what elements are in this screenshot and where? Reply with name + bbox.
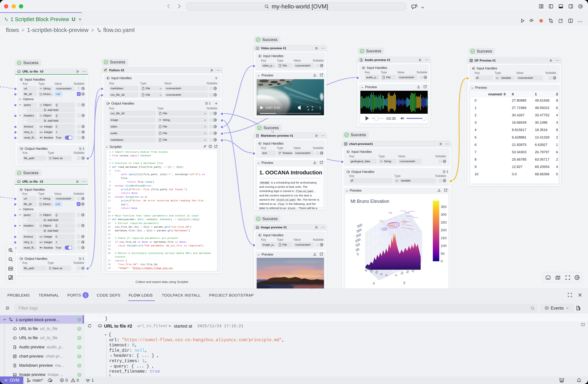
svg-text:250: 250 [441, 221, 447, 224]
svg-text:100: 100 [441, 244, 447, 248]
svg-text:Mt Bruno Elevation: Mt Bruno Elevation [350, 199, 389, 204]
svg-text:200: 200 [441, 228, 447, 232]
svg-text:300: 300 [441, 213, 447, 216]
svg-text:0:00 / 0:33: 0:00 / 0:33 [266, 106, 280, 109]
svg-text:0: 0 [441, 259, 443, 263]
svg-text:150: 150 [441, 236, 447, 240]
svg-text:x: x [373, 281, 375, 285]
svg-text:y: y [403, 280, 405, 284]
svg-text:50: 50 [441, 252, 445, 256]
svg-text:350: 350 [441, 205, 447, 209]
